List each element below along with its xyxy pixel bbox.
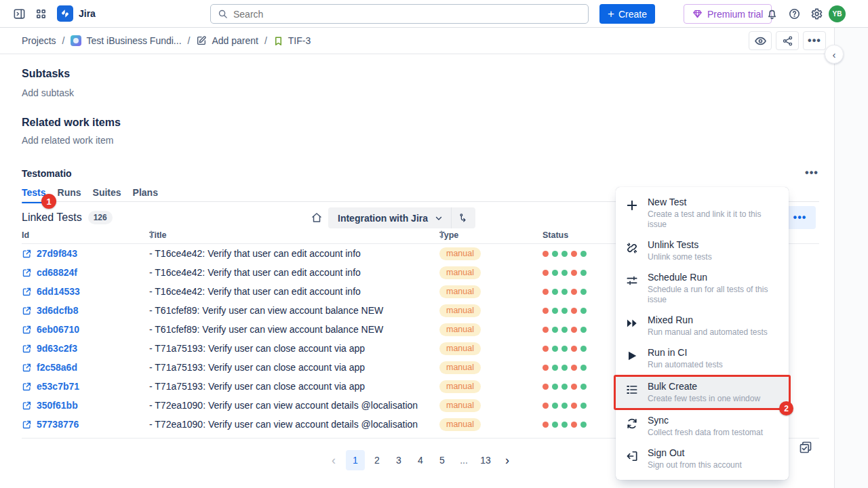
right-panel-area [835, 28, 868, 488]
test-status-dots [542, 244, 587, 263]
status-dot-pass [552, 384, 558, 390]
type-badge: manual [439, 285, 481, 298]
column-header-type[interactable]: Type [439, 230, 458, 240]
pagination-next-icon[interactable]: › [498, 450, 517, 470]
status-dot-fail [542, 422, 549, 428]
status-dot-pass [580, 289, 587, 295]
issue-key-link[interactable]: TIF-3 [273, 35, 311, 46]
pagination-page-5[interactable]: 5 [433, 450, 452, 470]
status-dot-pass [552, 308, 558, 314]
home-icon[interactable] [309, 210, 324, 225]
breadcrumb: Projects / Test iBusiness Fundi... / Add… [22, 28, 311, 54]
pagination-page-1[interactable]: 1 [346, 450, 365, 470]
status-dot-pass [561, 308, 568, 314]
menu-item-mixed-run[interactable]: Mixed RunRun manual and automated tests [616, 310, 789, 342]
menu-item-sync[interactable]: SyncCollect fresh data from testomat [616, 410, 789, 443]
watch-eye-icon[interactable] [749, 31, 772, 50]
test-id-link[interactable]: cd68824f [22, 263, 77, 282]
status-dot-pass [561, 346, 568, 352]
type-badge: manual [439, 418, 481, 431]
menu-item-title: New Test [648, 197, 779, 208]
status-dot-pass [561, 270, 568, 276]
multi-select-icon[interactable] [799, 441, 812, 454]
user-avatar[interactable]: YB [829, 5, 846, 22]
sidebar-toggle-icon[interactable] [9, 4, 28, 23]
test-id-link[interactable]: 57738776 [22, 415, 79, 434]
test-type-cell: manual [439, 263, 481, 282]
status-dot-pass [552, 422, 558, 428]
add-subtask-button[interactable]: Add subtask [22, 87, 74, 98]
status-dot-fail [571, 403, 577, 409]
menu-item-subtitle: Unlink some tests [648, 252, 712, 262]
plus-icon: + [608, 8, 614, 20]
linked-tests-more-button[interactable]: ••• [784, 206, 816, 229]
app-switcher-icon[interactable] [31, 4, 50, 23]
menu-item-sign-out[interactable]: Sign OutSign out from this account [616, 443, 789, 475]
test-id-link[interactable]: f2c58a6d [22, 358, 77, 377]
test-id-link[interactable]: 6eb06710 [22, 320, 79, 339]
collapse-panel-button[interactable]: ‹ [825, 45, 844, 64]
menu-item-new-test[interactable]: New TestCreate a test and link it it to … [616, 192, 789, 235]
add-related-item-button[interactable]: Add related work item [22, 135, 113, 146]
issue-header: Projects / Test iBusiness Fundi... / Add… [0, 28, 868, 54]
list-icon [625, 383, 639, 396]
create-button[interactable]: + Create [599, 4, 655, 24]
test-id-link[interactable]: 9d63c2f3 [22, 339, 77, 358]
status-dot-fail [571, 384, 577, 390]
pagination-page-13[interactable]: 13 [476, 450, 495, 470]
external-link-icon [22, 306, 32, 316]
premium-trial-button[interactable]: Premium trial [684, 4, 772, 24]
help-icon[interactable] [785, 4, 804, 23]
pagination-prev-icon[interactable]: ‹ [324, 450, 343, 470]
search-icon [218, 9, 228, 19]
menu-item-schedule-run[interactable]: Schedule RunSchedule a run for all tests… [616, 267, 789, 310]
testomatio-more-icon[interactable]: ••• [802, 165, 822, 180]
menu-item-title: Mixed Run [648, 314, 768, 326]
breadcrumb-project[interactable]: Test iBusiness Fundi... [71, 35, 181, 46]
breadcrumb-projects[interactable]: Projects [22, 35, 56, 46]
status-dot-pass [580, 346, 587, 352]
pagination-page-2[interactable]: 2 [368, 450, 387, 470]
bookmark-icon [273, 36, 283, 46]
menu-item-title: Run in CI [648, 347, 723, 359]
status-dot-pass [580, 403, 587, 409]
test-status-dots [542, 320, 587, 339]
git-branch-icon[interactable] [451, 207, 469, 228]
add-parent-button[interactable]: Add parent [196, 35, 258, 46]
global-search[interactable] [210, 4, 589, 24]
status-dot-pass [580, 384, 587, 390]
pagination-page-3[interactable]: 3 [389, 450, 408, 470]
test-title: - T61cfef89: Verify user can view accoun… [149, 301, 383, 320]
notifications-icon[interactable] [762, 4, 781, 23]
status-dot-pass [552, 346, 558, 352]
branch-filter-dropdown[interactable]: Integration with Jira [328, 207, 475, 228]
share-icon[interactable] [776, 31, 799, 50]
status-dot-pass [552, 270, 558, 276]
test-id-link[interactable]: e53c7b71 [22, 377, 79, 396]
status-dot-pass [561, 251, 568, 257]
search-input[interactable] [233, 9, 581, 20]
test-type-cell: manual [439, 339, 481, 358]
test-title: - T16ce4e42: Verify that user can edit a… [149, 282, 361, 301]
test-id-link[interactable]: 6dd14533 [22, 282, 80, 301]
type-badge: manual [439, 304, 481, 317]
jira-logo[interactable] [57, 5, 73, 22]
test-status-dots [542, 358, 587, 377]
test-type-cell: manual [439, 320, 481, 339]
test-id-link[interactable]: 27d9f843 [22, 244, 77, 263]
test-type-cell: manual [439, 244, 481, 263]
test-id-link[interactable]: 3d6dcfb8 [22, 301, 78, 320]
settings-gear-icon[interactable] [807, 4, 826, 23]
external-link-icon [22, 401, 32, 411]
menu-item-bulk-create[interactable]: Bulk CreateCreate few tests in one windo… [614, 375, 791, 410]
test-id-link[interactable]: 350f61bb [22, 396, 78, 415]
issue-more-actions-icon[interactable]: ••• [803, 31, 826, 50]
status-dot-fail [571, 270, 577, 276]
menu-item-unlink-tests[interactable]: Unlink TestsUnlink some tests [616, 235, 789, 267]
pagination-page-4[interactable]: 4 [411, 450, 430, 470]
test-title: - T61cfef89: Verify user can view accoun… [149, 320, 383, 339]
column-header-title[interactable]: Title [149, 230, 166, 240]
menu-item-subtitle: Collect fresh data from testomat [648, 428, 763, 438]
menu-item-run-in-ci[interactable]: Run in CIRun automated tests [616, 342, 789, 375]
status-dot-fail [542, 384, 549, 390]
